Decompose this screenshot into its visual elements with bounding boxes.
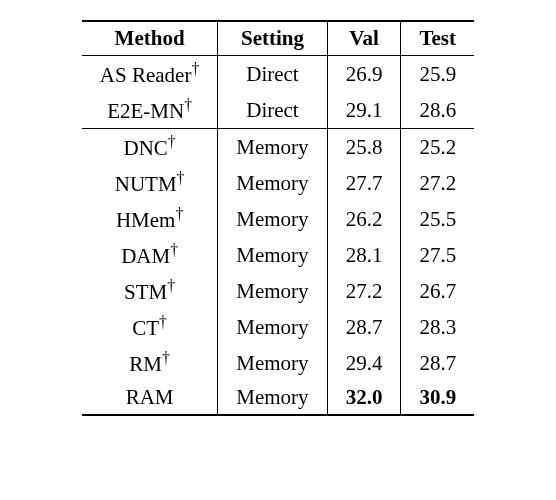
header-method: Method [82,21,218,56]
cell-val: 27.2 [327,273,401,309]
table-row: E2E-MN†Direct29.128.6 [82,92,474,129]
cell-test: 25.9 [401,56,474,93]
dagger-icon: † [191,60,199,77]
table-row: RM†Memory29.428.7 [82,345,474,381]
header-test: Test [401,21,474,56]
cell-val: 29.4 [327,345,401,381]
cell-setting: Memory [218,273,327,309]
cell-method: STM† [82,273,218,309]
cell-method: HMem† [82,201,218,237]
cell-setting: Memory [218,381,327,415]
dagger-icon: † [177,169,185,186]
cell-method: NUTM† [82,165,218,201]
cell-val: 29.1 [327,92,401,129]
table-row: DAM†Memory28.127.5 [82,237,474,273]
cell-test: 28.6 [401,92,474,129]
cell-val: 25.8 [327,129,401,166]
cell-method: E2E-MN† [82,92,218,129]
header-row: Method Setting Val Test [82,21,474,56]
cell-method: CT† [82,309,218,345]
cell-setting: Memory [218,345,327,381]
cell-method: DNC† [82,129,218,166]
header-val: Val [327,21,401,56]
cell-test: 28.7 [401,345,474,381]
cell-test: 26.7 [401,273,474,309]
cell-method: DAM† [82,237,218,273]
cell-method: RAM [82,381,218,415]
table-row: NUTM†Memory27.727.2 [82,165,474,201]
dagger-icon: † [170,241,178,258]
table-row: RAMMemory32.030.9 [82,381,474,415]
cell-val: 27.7 [327,165,401,201]
table-row: HMem†Memory26.225.5 [82,201,474,237]
cell-val: 32.0 [327,381,401,415]
cell-setting: Direct [218,92,327,129]
cell-test: 25.5 [401,201,474,237]
dagger-icon: † [162,349,170,366]
table-row: STM†Memory27.226.7 [82,273,474,309]
results-table: Method Setting Val Test AS Reader†Direct… [82,20,474,416]
cell-val: 28.7 [327,309,401,345]
dagger-icon: † [184,96,192,113]
cell-test: 25.2 [401,129,474,166]
header-setting: Setting [218,21,327,56]
cell-setting: Direct [218,56,327,93]
dagger-icon: † [159,313,167,330]
cell-test: 28.3 [401,309,474,345]
cell-setting: Memory [218,237,327,273]
cell-test: 27.2 [401,165,474,201]
table-row: AS Reader†Direct26.925.9 [82,56,474,93]
dagger-icon: † [175,205,183,222]
cell-val: 28.1 [327,237,401,273]
cell-setting: Memory [218,201,327,237]
cell-setting: Memory [218,309,327,345]
cell-setting: Memory [218,129,327,166]
table-row: DNC†Memory25.825.2 [82,129,474,166]
dagger-icon: † [167,277,175,294]
cell-val: 26.9 [327,56,401,93]
cell-test: 30.9 [401,381,474,415]
table-row: CT†Memory28.728.3 [82,309,474,345]
cell-val: 26.2 [327,201,401,237]
cell-method: AS Reader† [82,56,218,93]
cell-method: RM† [82,345,218,381]
dagger-icon: † [168,133,176,150]
cell-test: 27.5 [401,237,474,273]
cell-setting: Memory [218,165,327,201]
